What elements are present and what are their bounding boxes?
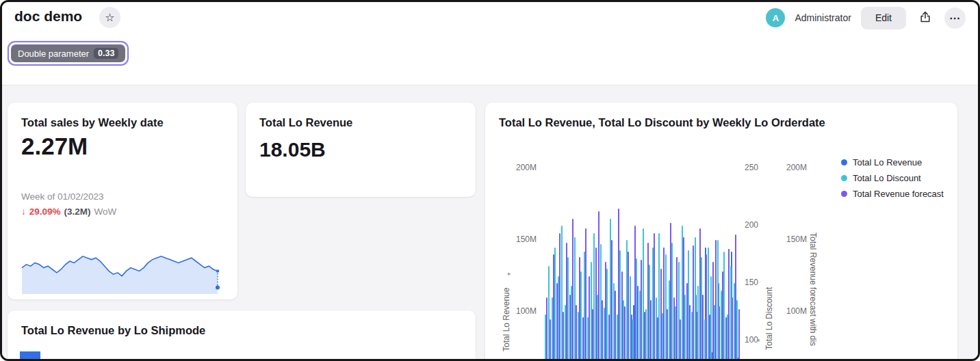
combo-bar[interactable] bbox=[611, 240, 612, 361]
combo-bar[interactable] bbox=[723, 252, 725, 361]
combo-bar[interactable] bbox=[671, 243, 673, 361]
legend-label: Total Revenue forecast bbox=[853, 189, 944, 199]
combo-plot-area[interactable] bbox=[545, 103, 740, 361]
combo-bar[interactable] bbox=[566, 243, 567, 361]
combo-bar[interactable] bbox=[697, 286, 699, 361]
combo-bar[interactable] bbox=[706, 254, 707, 361]
combo-bar[interactable] bbox=[736, 300, 738, 361]
combo-bar[interactable] bbox=[608, 315, 610, 361]
sales-sparkline-chart[interactable] bbox=[21, 237, 224, 297]
legend-label: Total Lo Revenue bbox=[853, 157, 922, 168]
card-combo-chart: Total Lo Revenue, Total Lo Discount by W… bbox=[485, 103, 957, 361]
combo-bar[interactable] bbox=[663, 248, 665, 361]
star-icon: ☆ bbox=[105, 11, 114, 24]
combo-bar[interactable] bbox=[645, 309, 647, 361]
combo-bar[interactable] bbox=[579, 257, 580, 361]
edit-button[interactable]: Edit bbox=[861, 7, 906, 29]
combo-bar[interactable] bbox=[569, 295, 571, 361]
combo-bar[interactable] bbox=[732, 297, 733, 361]
combo-bar[interactable] bbox=[563, 312, 564, 361]
legend-item-revenue[interactable]: Total Lo Revenue bbox=[841, 157, 944, 168]
combo-bar[interactable] bbox=[567, 257, 569, 361]
combo-bar[interactable] bbox=[719, 306, 720, 361]
card-shipmode: Total Lo Revenue by Lo Shipmode bbox=[8, 310, 476, 361]
combo-bar[interactable] bbox=[641, 260, 642, 361]
combo-bar[interactable] bbox=[628, 252, 629, 361]
axis2-tick: 250 bbox=[739, 163, 758, 172]
combo-bar[interactable] bbox=[556, 283, 558, 361]
combo-bar[interactable] bbox=[621, 271, 623, 361]
legend-item-discount[interactable]: Total Lo Discount bbox=[841, 173, 944, 183]
combo-bar[interactable] bbox=[619, 250, 621, 361]
combo-bar[interactable] bbox=[554, 248, 556, 361]
avatar[interactable]: A bbox=[766, 8, 785, 27]
axis2-label: Total Lo Discount bbox=[764, 273, 774, 350]
combo-bar[interactable] bbox=[605, 262, 606, 361]
combo-bar[interactable] bbox=[676, 257, 678, 361]
combo-bar[interactable] bbox=[673, 297, 675, 361]
combo-bar[interactable] bbox=[559, 233, 560, 361]
combo-bar[interactable] bbox=[657, 317, 658, 361]
combo-bar[interactable] bbox=[550, 319, 551, 361]
combo-bar[interactable] bbox=[670, 223, 671, 361]
axis2-tick: 200 bbox=[739, 220, 758, 230]
kpi-value: 2.27M bbox=[21, 133, 88, 160]
combo-bar[interactable] bbox=[722, 271, 723, 361]
combo-bar[interactable] bbox=[582, 317, 584, 361]
combo-bar[interactable] bbox=[710, 276, 712, 361]
combo-bar[interactable] bbox=[699, 228, 701, 361]
combo-bar[interactable] bbox=[654, 233, 655, 361]
combo-bar[interactable] bbox=[606, 269, 608, 361]
combo-bar[interactable] bbox=[572, 219, 573, 361]
card-title: Total Lo Revenue by Lo Shipmode bbox=[21, 324, 205, 337]
combo-bar[interactable] bbox=[680, 319, 681, 361]
combo-bar[interactable] bbox=[728, 249, 730, 361]
combo-bar[interactable] bbox=[725, 317, 727, 361]
combo-bar[interactable] bbox=[686, 283, 688, 361]
combo-bar[interactable] bbox=[738, 309, 740, 361]
combo-bar[interactable] bbox=[709, 315, 710, 361]
combo-bar[interactable] bbox=[553, 254, 554, 361]
axis-scroll-left-icon[interactable]: ◂ bbox=[756, 336, 760, 343]
double-parameter-chip[interactable]: Double parameter 0.33 bbox=[8, 41, 129, 66]
combo-bar[interactable] bbox=[667, 309, 668, 361]
combo-bar[interactable] bbox=[598, 211, 599, 361]
combo-bar[interactable] bbox=[644, 312, 645, 361]
combo-bar[interactable] bbox=[595, 248, 597, 361]
more-options-button[interactable]: ⋯ bbox=[944, 8, 966, 29]
card-title: Total sales by Weekly date bbox=[21, 116, 164, 129]
combo-bar[interactable] bbox=[702, 295, 704, 361]
combo-bar[interactable] bbox=[735, 235, 736, 361]
combo-bar[interactable] bbox=[615, 291, 616, 361]
combo-bar[interactable] bbox=[696, 312, 697, 361]
combo-bar[interactable] bbox=[658, 233, 660, 361]
combo-bar[interactable] bbox=[647, 243, 649, 361]
combo-bar[interactable] bbox=[592, 309, 593, 361]
combo-bar[interactable] bbox=[634, 226, 636, 361]
combo-bar[interactable] bbox=[580, 271, 582, 361]
combo-bar[interactable] bbox=[637, 286, 639, 361]
combo-bar[interactable] bbox=[650, 300, 652, 361]
combo-bar[interactable] bbox=[585, 228, 586, 361]
combo-bar[interactable] bbox=[689, 305, 691, 361]
combo-bar[interactable] bbox=[576, 305, 577, 361]
combo-bar[interactable] bbox=[715, 240, 717, 361]
combo-bar[interactable] bbox=[684, 295, 686, 361]
combo-bar[interactable] bbox=[712, 262, 714, 361]
combo-bar[interactable] bbox=[624, 306, 626, 361]
combo-bar[interactable] bbox=[693, 245, 694, 361]
share-icon bbox=[919, 11, 931, 25]
share-button[interactable] bbox=[916, 8, 935, 27]
combo-bar[interactable] bbox=[631, 315, 632, 361]
combo-bar[interactable] bbox=[618, 209, 619, 361]
combo-bar[interactable] bbox=[546, 297, 547, 361]
combo-bar[interactable] bbox=[660, 269, 662, 361]
combo-bar[interactable] bbox=[602, 300, 603, 361]
favorite-star-button[interactable]: ☆ bbox=[99, 7, 120, 28]
legend-item-forecast[interactable]: Total Revenue forecast bbox=[841, 189, 944, 199]
combo-bar[interactable] bbox=[683, 237, 684, 361]
shipmode-bar[interactable] bbox=[20, 351, 40, 361]
combo-bar[interactable] bbox=[593, 233, 595, 361]
combo-bar[interactable] bbox=[589, 276, 590, 361]
combo-bar[interactable] bbox=[632, 319, 634, 361]
